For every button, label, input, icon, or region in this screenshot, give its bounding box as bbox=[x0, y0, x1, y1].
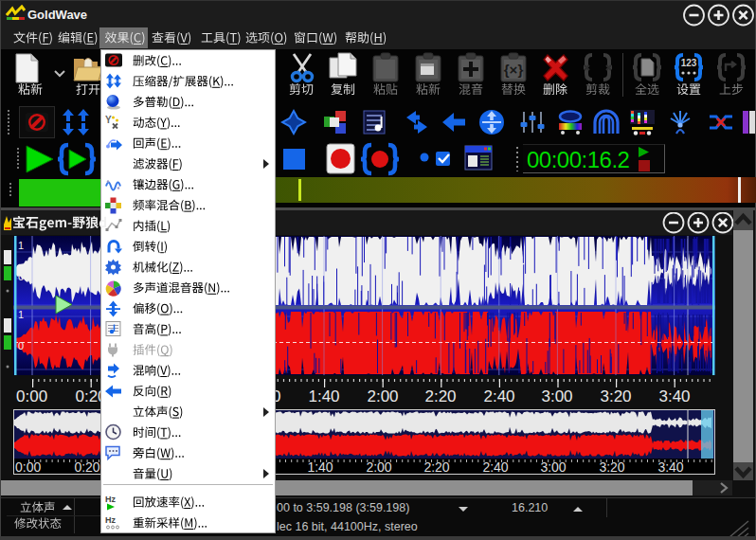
svg-text:Hz: Hz bbox=[105, 495, 116, 504]
svg-text:{×}: {×} bbox=[504, 62, 524, 78]
svg-text:Y: Y bbox=[105, 115, 112, 125]
svg-text:123: 123 bbox=[681, 58, 697, 68]
svg-text:Hz: Hz bbox=[105, 515, 116, 525]
